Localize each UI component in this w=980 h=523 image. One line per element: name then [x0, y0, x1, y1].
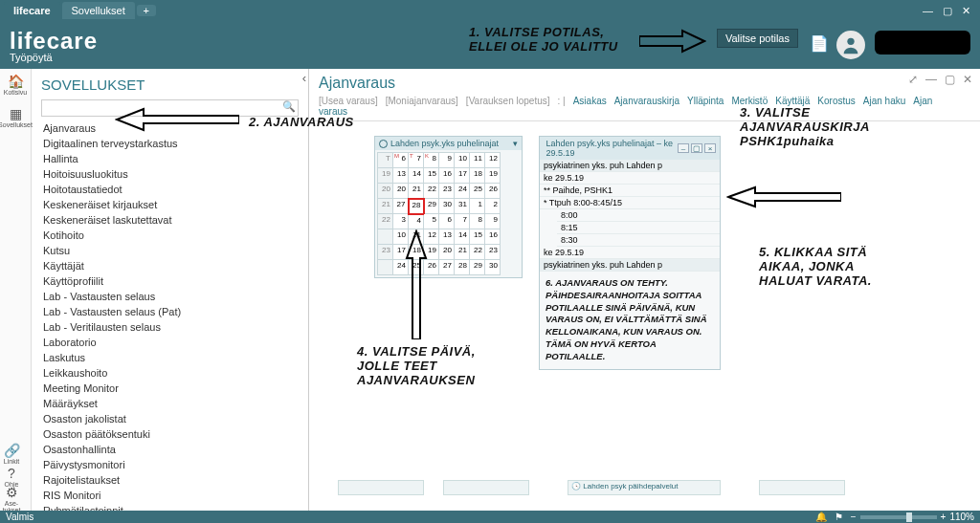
sidebar-item[interactable]: Rajoitelistaukset — [41, 472, 299, 488]
calendar-cell[interactable]: 18 — [409, 245, 424, 260]
calendar-cell[interactable]: 6 — [439, 214, 455, 229]
calendar-cell[interactable]: 30 — [485, 260, 501, 275]
rail-links[interactable]: 🔗Linkit — [0, 442, 23, 465]
calendar-cell[interactable]: 13 — [439, 229, 455, 245]
sidebar-item[interactable]: Kutsu — [41, 243, 299, 258]
sidebar-item[interactable]: Määräykset — [41, 396, 299, 411]
status-bell-icon[interactable]: 🔔 — [815, 512, 827, 522]
calendar-cell[interactable]: 21 — [455, 245, 470, 260]
calendar-dropdown-icon[interactable]: ▾ — [513, 139, 518, 148]
calendar-cell[interactable]: 15 — [424, 168, 439, 184]
minimize-icon[interactable]: — — [923, 5, 933, 17]
sidebar-item[interactable]: Lab - Veritilausten selaus — [41, 319, 299, 335]
zoom-control[interactable]: − + 110% — [851, 512, 974, 522]
tab-link[interactable]: Asiakas — [573, 96, 607, 106]
calendar-cell[interactable]: 14 — [409, 168, 424, 184]
sidebar-item[interactable]: Käyttäjät — [41, 258, 299, 273]
tab-link[interactable]: Korostus — [817, 96, 855, 106]
calendar-cell[interactable]: 17 — [393, 245, 409, 260]
calendar-cell[interactable]: 20 — [439, 245, 455, 260]
calendar-cell[interactable]: 25 — [470, 184, 485, 199]
time-slot[interactable]: 8:15 — [557, 222, 720, 234]
calendar-cell[interactable]: 11 — [470, 153, 485, 168]
calendar-window[interactable]: Lahden psyk.yks puhelinajat▾ TM6T7K89101… — [374, 136, 523, 278]
calendar-cell[interactable]: 12 — [485, 153, 501, 168]
calendar-cell[interactable]: 10 — [393, 229, 409, 245]
calendar-cell[interactable]: 24 — [455, 184, 470, 199]
minimized-panel[interactable] — [338, 480, 424, 495]
win-close-icon[interactable]: × — [704, 143, 716, 153]
sidebar-item[interactable]: Leikkaushoito — [41, 365, 299, 381]
sidebar-item[interactable]: Hoitoisuusluokitus — [41, 166, 299, 182]
sidebar-search-input[interactable] — [41, 99, 299, 117]
calendar-cell[interactable]: 23 — [485, 245, 501, 260]
pane-max-icon[interactable]: ▢ — [945, 73, 955, 86]
sidebar-item[interactable]: Meeting Monitor — [41, 381, 299, 396]
calendar-cell[interactable]: 27 — [393, 199, 409, 214]
user-avatar[interactable] — [836, 31, 865, 59]
calendar-cell[interactable]: 9 — [439, 153, 455, 168]
calendar-cell[interactable]: 12 — [424, 229, 439, 245]
calendar-cell[interactable]: 22 — [470, 245, 485, 260]
calendar-cell[interactable]: 27 — [439, 260, 455, 275]
calendar-cell[interactable]: 14 — [455, 229, 470, 245]
calendar-cell[interactable]: 9 — [485, 214, 501, 229]
calendar-cell[interactable]: 2 — [485, 199, 501, 214]
zoom-slider[interactable] — [860, 515, 937, 519]
sidebar-item[interactable]: RIS Monitori — [41, 488, 299, 503]
pane-pin-icon[interactable]: ⤢ — [908, 73, 918, 86]
sidebar-item[interactable]: Osaston päätöksentuki — [41, 426, 299, 442]
calendar-cell[interactable]: 28 — [409, 199, 424, 214]
calendar-cell[interactable]: 24 — [393, 260, 409, 275]
pane-close-icon[interactable]: ✕ — [963, 73, 972, 86]
calendar-cell[interactable]: K8 — [424, 153, 439, 168]
calendar-cell[interactable]: 4 — [409, 214, 424, 229]
sidebar-item[interactable]: Hallinta — [41, 151, 299, 166]
maximize-icon[interactable]: ▢ — [943, 5, 952, 17]
tab-link[interactable]: Merkistö — [731, 96, 768, 106]
calendar-cell[interactable]: 17 — [455, 168, 470, 184]
sidebar-item[interactable]: Ajanvaraus — [41, 120, 299, 136]
close-icon[interactable]: ✕ — [962, 5, 970, 17]
sidebar-item[interactable]: Osaston jakolistat — [41, 411, 299, 426]
calendar-cell[interactable]: 5 — [424, 214, 439, 229]
calendar-cell[interactable]: 13 — [393, 168, 409, 184]
calendar-cell[interactable]: M6 — [393, 153, 409, 168]
calendar-cell[interactable]: T7 — [409, 153, 424, 168]
pane-min-icon[interactable]: — — [925, 73, 937, 86]
calendar-cell[interactable]: 3 — [393, 214, 409, 229]
sidebar-item[interactable]: Digitaalinen terveystarkastus — [41, 136, 299, 151]
calendar-cell[interactable]: 26 — [424, 260, 439, 275]
calendar-cell[interactable]: 23 — [439, 184, 455, 199]
zoom-out-icon[interactable]: − — [851, 512, 857, 522]
tab-link[interactable]: Ylläpinta — [687, 96, 724, 106]
tab-link[interactable]: Ajanvarauskirja — [614, 96, 679, 106]
sidebar-item[interactable]: Laboratorio — [41, 335, 299, 350]
calendar-cell[interactable]: 31 — [455, 199, 470, 214]
sidebar-item[interactable]: Lab - Vastausten selaus — [41, 289, 299, 304]
tab-link[interactable]: Käyttäjä — [775, 96, 810, 106]
collapse-icon[interactable]: ‹ — [302, 71, 306, 85]
minimized-panel[interactable] — [443, 480, 529, 495]
time-slot[interactable]: 8:00 — [557, 209, 720, 222]
zoom-in-icon[interactable]: + — [941, 512, 947, 522]
minimized-panel[interactable]: 🕓 Lahden psyk päihdepalvelut — [568, 480, 721, 495]
sidebar-item[interactable]: Kotihoito — [41, 228, 299, 243]
select-patient-button[interactable]: Valitse potilas — [717, 29, 798, 48]
rail-home[interactable]: 🏠Kotisivu — [4, 73, 27, 96]
win-min-icon[interactable]: – — [678, 143, 689, 153]
time-slot[interactable]: 8:30 — [557, 234, 720, 247]
calendar-cell[interactable]: 15 — [470, 229, 485, 245]
calendar-cell[interactable]: 28 — [455, 260, 470, 275]
notification-icon[interactable]: 📄 — [810, 34, 827, 52]
sidebar-item[interactable]: Päivystysmonitori — [41, 457, 299, 472]
sidebar-item[interactable]: Keskeneräiset laskutettavat — [41, 212, 299, 228]
calendar-cell[interactable]: 16 — [439, 168, 455, 184]
rail-apps[interactable]: ▦Sovellukset — [4, 105, 27, 128]
calendar-cell[interactable]: 7 — [455, 214, 470, 229]
calendar-cell[interactable]: 22 — [424, 184, 439, 199]
calendar-cell[interactable]: 18 — [470, 168, 485, 184]
new-tab-button[interactable]: + — [137, 5, 156, 16]
sidebar-item[interactable]: Keskeneräiset kirjaukset — [41, 197, 299, 212]
sidebar-item[interactable]: Laskutus — [41, 350, 299, 365]
